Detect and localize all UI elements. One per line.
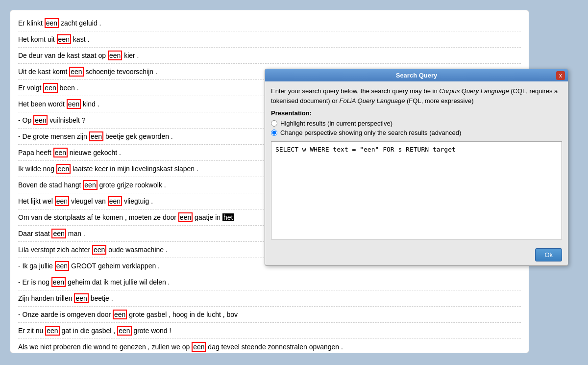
highlight-word: een <box>67 99 81 109</box>
highlight-word: een <box>108 196 122 206</box>
desc-fql-italic: FoLiA Query Language <box>339 97 405 104</box>
radio-group: Highlight results (in current perspectiv… <box>271 120 562 136</box>
highlight-word: een <box>33 115 48 125</box>
query-area-wrapper: Clear <box>271 141 562 239</box>
highlight-word: een <box>53 148 68 157</box>
highlight-word: een <box>74 293 88 303</box>
highlight-word: een <box>108 51 122 60</box>
presentation-label: Presentation: <box>271 109 562 117</box>
text-line: Er zit nu een gat in die gasbel , een gr… <box>18 323 521 339</box>
highlight-word: een <box>117 326 131 336</box>
query-textarea[interactable] <box>271 141 562 239</box>
highlight-word: een <box>57 34 71 44</box>
modal-description: Enter your search query below, the searc… <box>271 86 562 105</box>
highlight-word: een <box>178 212 193 222</box>
desc-cql-italic: Corpus Query Language <box>439 87 509 95</box>
highlight-word: een <box>89 131 103 141</box>
ok-button[interactable]: Ok <box>535 248 562 261</box>
highlight-word: een <box>56 164 71 174</box>
highlight-black-word: het <box>222 213 234 221</box>
radio-change[interactable] <box>271 130 277 136</box>
text-line: - Er is nog een geheim dat ik met jullie… <box>18 274 521 290</box>
radio-highlight-label: Highlight results (in current perspectiv… <box>280 120 392 127</box>
radio-item-highlight: Highlight results (in current perspectiv… <box>271 120 562 127</box>
modal-body: Enter your search query below, the searc… <box>265 81 568 244</box>
radio-highlight[interactable] <box>271 120 277 127</box>
highlight-word: een <box>51 277 66 287</box>
radio-item-change: Change perspective showing only the sear… <box>271 129 562 136</box>
text-line: - Onze aarde is omgeven door een grote g… <box>18 307 521 323</box>
highlight-word: een <box>45 326 59 336</box>
highlight-word: een <box>92 245 106 255</box>
modal-close-button[interactable]: x <box>556 71 565 80</box>
modal-footer: Ok <box>265 244 568 265</box>
text-line: De deur van de kast staat op een kier . <box>18 48 521 64</box>
highlight-word: een <box>43 83 57 93</box>
highlight-word: een <box>55 196 69 206</box>
desc-fql-text: (FQL, more expressive) <box>405 97 473 104</box>
radio-change-label: Change perspective showing only the sear… <box>280 129 461 136</box>
modal-header: Search Query x <box>265 69 568 81</box>
modal-title: Search Query <box>396 72 438 79</box>
search-query-modal: Search Query x Enter your search query b… <box>265 69 568 266</box>
highlight-word: een <box>192 342 206 352</box>
highlight-word: een <box>83 180 97 190</box>
highlight-word: een <box>55 261 69 271</box>
highlight-word: een <box>113 310 127 319</box>
desc-part1: Enter your search query below, the searc… <box>271 87 439 95</box>
highlight-word: een <box>51 229 66 238</box>
highlight-word: een <box>45 18 59 28</box>
text-line: Het komt uit een kast . <box>18 31 521 48</box>
text-line: Er klinkt een zacht geluid . <box>18 15 521 31</box>
text-line: Als we niet proberen die wond te genezen… <box>18 339 521 353</box>
text-line: Zijn handen trillen een beetje . <box>18 290 521 307</box>
highlight-word: een <box>69 67 83 77</box>
